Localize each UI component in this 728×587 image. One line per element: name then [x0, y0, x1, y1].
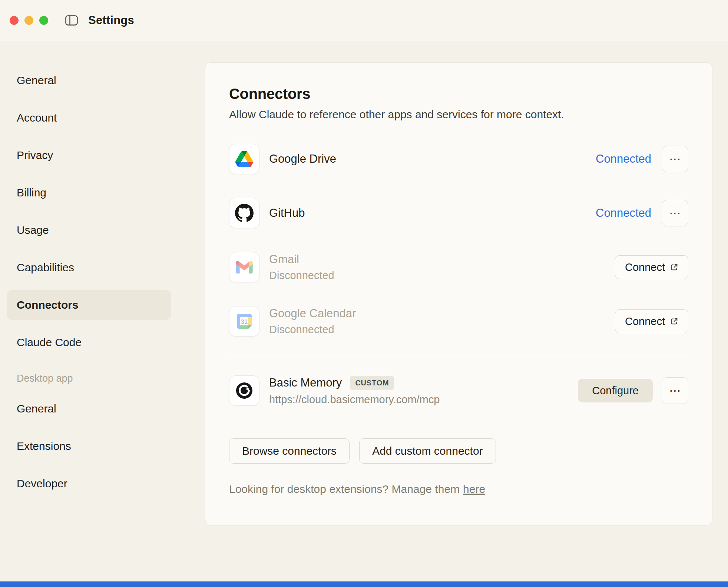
- connector-status: Disconnected: [269, 269, 615, 282]
- connector-name: GitHub: [269, 206, 596, 220]
- connector-actions: Browse connectors Add custom connector: [229, 438, 688, 464]
- connector-menu-button[interactable]: ⋯: [662, 146, 688, 172]
- sidebar-item-developer[interactable]: Developer: [7, 469, 171, 498]
- connector-row-gmail: Gmail Disconnected Connect: [229, 240, 688, 294]
- connectors-panel: Connectors Allow Claude to reference oth…: [205, 62, 712, 525]
- connector-name: Google Drive: [269, 152, 596, 166]
- connect-button-label: Connect: [625, 315, 665, 328]
- connector-name: Google Calendar: [269, 307, 615, 320]
- sidebar-item-general[interactable]: General: [7, 66, 171, 95]
- connector-name: Basic Memory: [269, 376, 342, 389]
- sidebar-item-privacy[interactable]: Privacy: [7, 140, 171, 170]
- status-connected: Connected: [596, 152, 651, 166]
- add-custom-connector-button[interactable]: Add custom connector: [359, 438, 496, 464]
- sidebar-item-connectors[interactable]: Connectors: [7, 290, 171, 320]
- sidebar-item-claude-code[interactable]: Claude Code: [7, 328, 171, 357]
- sidebar-item-extensions[interactable]: Extensions: [7, 431, 171, 461]
- connect-button[interactable]: Connect: [615, 309, 688, 333]
- connector-row-google-calendar: 31 Google Calendar Disconnected Connect: [229, 294, 688, 348]
- connect-button-label: Connect: [625, 261, 665, 273]
- connector-row-google-drive: Google Drive Connected ⋯: [229, 132, 688, 186]
- page-subtitle: Allow Claude to reference other apps and…: [229, 108, 688, 121]
- connector-status: Disconnected: [269, 324, 615, 336]
- zoom-button[interactable]: [39, 16, 48, 25]
- ellipsis-icon: ⋯: [669, 385, 681, 397]
- settings-window: Settings General Account Privacy Billing…: [0, 0, 728, 587]
- sidebar-item-capabilities[interactable]: Capabilities: [7, 253, 171, 282]
- external-link-icon: [670, 317, 678, 325]
- browse-connectors-button[interactable]: Browse connectors: [229, 438, 350, 464]
- minimize-button[interactable]: [24, 16, 33, 25]
- footer-text: Looking for desktop extensions? Manage t…: [229, 483, 460, 495]
- sidebar-item-desktop-general[interactable]: General: [7, 394, 171, 424]
- status-connected: Connected: [596, 206, 651, 220]
- connector-url: https://cloud.basicmemory.com/mcp: [269, 394, 578, 406]
- google-calendar-icon: 31: [229, 306, 259, 336]
- connector-list: Google Drive Connected ⋯ GitH: [229, 132, 688, 418]
- configure-button[interactable]: Configure: [578, 379, 653, 402]
- connect-button[interactable]: Connect: [615, 255, 688, 279]
- window-title: Settings: [88, 14, 134, 27]
- manage-extensions-link[interactable]: here: [463, 483, 485, 495]
- github-icon: [229, 198, 259, 228]
- connector-menu-button[interactable]: ⋯: [662, 377, 688, 404]
- sidebar-item-usage[interactable]: Usage: [7, 215, 171, 245]
- svg-text:31: 31: [241, 319, 248, 325]
- sidebar-section-desktop-app: Desktop app: [7, 373, 172, 384]
- divider: [229, 356, 688, 356]
- custom-badge: CUSTOM: [350, 376, 394, 390]
- connector-row-github: GitHub Connected ⋯: [229, 186, 688, 240]
- basic-memory-icon: [229, 375, 259, 406]
- connector-row-basic-memory: Basic Memory CUSTOM https://cloud.basicm…: [229, 364, 688, 418]
- extensions-footer: Looking for desktop extensions? Manage t…: [229, 483, 688, 495]
- titlebar: Settings: [0, 0, 728, 41]
- gmail-icon: [229, 252, 259, 282]
- connector-menu-button[interactable]: ⋯: [662, 200, 688, 226]
- sidebar: General Account Privacy Billing Usage Ca…: [0, 41, 172, 587]
- sidebar-toggle-icon[interactable]: [65, 15, 78, 26]
- bottom-accent-bar: [0, 581, 728, 587]
- sidebar-item-billing[interactable]: Billing: [7, 178, 171, 208]
- sidebar-item-account[interactable]: Account: [7, 103, 171, 133]
- traffic-lights: [10, 16, 48, 25]
- settings-content: General Account Privacy Billing Usage Ca…: [0, 41, 728, 587]
- connector-name: Gmail: [269, 253, 615, 266]
- google-drive-icon: [229, 144, 259, 174]
- page-title: Connectors: [229, 86, 688, 102]
- external-link-icon: [670, 263, 678, 271]
- close-button[interactable]: [10, 16, 19, 25]
- ellipsis-icon: ⋯: [669, 153, 681, 165]
- ellipsis-icon: ⋯: [669, 207, 681, 219]
